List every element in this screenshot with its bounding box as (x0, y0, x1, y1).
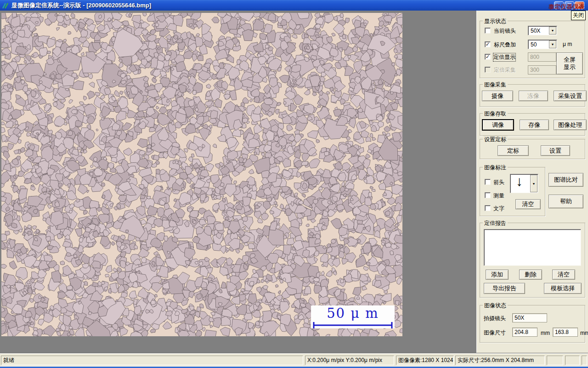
close-icon: ✕ (577, 3, 581, 8)
capture-settings-button[interactable]: 采集设置 (554, 91, 587, 101)
load-image-button[interactable]: 调像 (482, 119, 514, 131)
dropdown-arrow-icon[interactable]: ▼ (530, 175, 537, 192)
scale-bar-label: 50 μ m (311, 305, 395, 321)
scale-bar-overlay: 50 μ m (311, 305, 395, 328)
group-display-status: 显示状态 当前镜头 50X ▼ ✓ 标尺叠加 50 ▼ μ m ✓ 定倍显示 8… (480, 21, 585, 78)
fixed-capture-checkbox (485, 67, 491, 73)
group-report: 定倍报告 添加 删除 清空 导出报告 模板选择 (480, 223, 585, 298)
atlas-compare-button[interactable]: 图谱比对 (548, 173, 583, 187)
current-lens-checkbox[interactable] (485, 28, 491, 34)
report-add-button[interactable]: 添加 (486, 270, 509, 280)
check-icon: ✓ (486, 42, 490, 47)
group-image-capture: 图像采集 摄像 冻像 采集设置 (480, 84, 585, 107)
group-annotation: 图像标注 箭头 测量 文字 ↓ ▼ 清空 (480, 167, 545, 216)
arrow-style-combo[interactable]: ↓ ▼ (510, 174, 538, 193)
image-process-button[interactable]: 图像处理 (554, 120, 587, 130)
fixed-capture-label: 定倍采集 (494, 66, 516, 74)
annotation-arrow-icon: ↓ (516, 173, 523, 189)
dropdown-arrow-icon[interactable]: ▼ (549, 40, 556, 48)
app-icon (2, 2, 9, 9)
minimize-icon: _ (558, 3, 560, 8)
window-title: 显微图像定倍系统--演示版 - [20090602055646.bmp] (11, 1, 151, 10)
status-bar: 就绪 X:0.200μ m/pix Y:0.200μ m/pix 图像像素:12… (0, 353, 588, 367)
close-button[interactable]: ✕ (575, 1, 584, 9)
freeze-button: 冻像 (519, 91, 548, 101)
status-image-pixels: 图像像素:1280 X 1024 (396, 356, 454, 365)
group-image-capture-title: 图像采集 (483, 81, 508, 89)
arrow-label: 箭头 (493, 178, 504, 186)
group-calibration-title: 设置定标 (483, 136, 508, 144)
restore-button[interactable]: ❐ (565, 1, 574, 9)
check-icon: ✓ (486, 54, 490, 59)
ruler-overlay-combo[interactable]: 50 ▼ (528, 40, 557, 49)
current-lens-combo[interactable]: 50X ▼ (528, 26, 557, 35)
group-image-status-title: 图像状态 (483, 302, 508, 310)
fixed-display-label: 定倍显示 (493, 53, 515, 61)
measure-checkbox[interactable] (485, 192, 491, 198)
text-label: 文字 (493, 205, 504, 213)
lens-label: 拍摄镜头 (484, 315, 506, 322)
fullscreen-button[interactable]: 全屏 显示 (556, 52, 583, 75)
report-clear-button[interactable]: 清空 (552, 270, 575, 280)
report-listbox[interactable] (484, 229, 581, 266)
settings-button[interactable]: 设置 (541, 145, 570, 156)
status-ready: 就绪 (1, 356, 303, 365)
fixed-display-checkbox[interactable]: ✓ (485, 54, 491, 60)
restore-icon: ❐ (567, 3, 571, 8)
group-image-status: 图像状态 拍摄镜头 50X 图像尺寸 204.8 mm 163.8 mm (480, 305, 585, 343)
text-checkbox[interactable] (485, 205, 491, 211)
measure-label: 测量 (493, 192, 504, 200)
status-spare-1 (547, 356, 563, 365)
control-panel: 显示状态 当前镜头 50X ▼ ✓ 标尺叠加 50 ▼ μ m ✓ 定倍显示 8… (476, 11, 588, 353)
image-height-unit: mm (580, 330, 588, 336)
template-select-button[interactable]: 模板选择 (544, 283, 582, 294)
ruler-overlay-label: 标尺叠加 (494, 41, 516, 49)
clear-annotation-button[interactable]: 清空 (515, 199, 541, 209)
group-report-title: 定倍报告 (483, 219, 508, 227)
image-width-unit: mm (541, 330, 550, 336)
save-image-button[interactable]: 存像 (520, 120, 549, 130)
close-tooltip: 关闭 (571, 11, 586, 20)
capture-button[interactable]: 摄像 (482, 91, 513, 101)
status-spare-2 (565, 356, 580, 365)
fixed-display-input: 800 (528, 52, 556, 62)
current-lens-label: 当前镜头 (494, 27, 516, 35)
image-height-input[interactable]: 163.8 (553, 328, 578, 337)
ruler-unit-label: μ m (563, 41, 572, 47)
group-image-storage: 图像存取 调像 存像 图像处理 (480, 113, 585, 136)
status-actual-size: 实际尺寸:256.0mm X 204.8mm (455, 356, 545, 365)
image-viewport: 50 μ m (1, 13, 402, 336)
micrograph-image (1, 13, 402, 336)
dropdown-arrow-icon[interactable]: ▼ (549, 27, 556, 34)
app-window: 显微图像定倍系统--演示版 - [20090602055646.bmp] _ ❐… (0, 0, 588, 368)
report-delete-button[interactable]: 删除 (519, 270, 542, 280)
help-button[interactable]: 帮助 (548, 195, 583, 208)
image-size-label: 图像尺寸 (484, 329, 506, 337)
arrow-checkbox[interactable] (485, 179, 491, 185)
ruler-overlay-checkbox[interactable]: ✓ (485, 41, 491, 47)
group-annotation-title: 图像标注 (483, 164, 508, 172)
title-bar: 显微图像定倍系统--演示版 - [20090602055646.bmp] _ ❐… (0, 0, 588, 11)
group-image-storage-title: 图像存取 (483, 110, 508, 118)
scale-bar-line (311, 321, 395, 328)
minimize-button[interactable]: _ (554, 1, 564, 9)
fixed-capture-input: 300 (528, 65, 556, 75)
status-spare-3 (582, 356, 587, 365)
status-pixel-scale: X:0.200μ m/pix Y:0.200μ m/pix (305, 356, 394, 365)
group-calibration: 设置定标 定标 设置 (480, 139, 585, 159)
image-width-input[interactable]: 204.8 (512, 328, 537, 337)
export-report-button[interactable]: 导出报告 (484, 283, 525, 294)
calibrate-button[interactable]: 定标 (498, 145, 529, 156)
lens-value-input[interactable]: 50X (512, 313, 547, 322)
group-display-status-title: 显示状态 (483, 17, 508, 25)
